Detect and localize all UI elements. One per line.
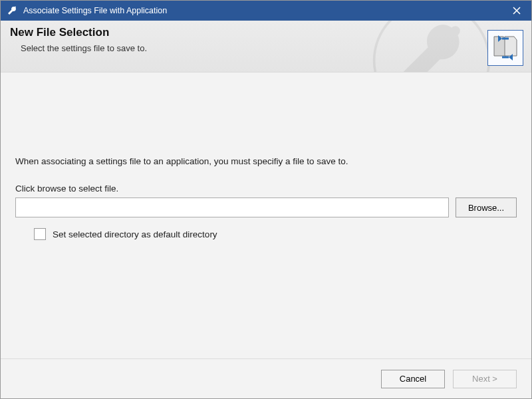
close-icon (513, 7, 521, 15)
wizard-footer: Cancel Next > (1, 358, 531, 398)
wizard-body: When associating a settings file to an a… (1, 72, 531, 358)
file-path-input[interactable] (15, 198, 449, 217)
wizard-header: New File Selection Select the settings f… (1, 21, 531, 72)
file-transfer-icon (487, 30, 523, 66)
instruction-text: When associating a settings file to an a… (15, 156, 517, 166)
window-title: Associate Settings File with Application (23, 6, 507, 15)
dialog-window: Associate Settings File with Application… (0, 0, 532, 399)
page-title: New File Selection (10, 26, 519, 39)
next-button[interactable]: Next > (453, 370, 517, 388)
cancel-button[interactable]: Cancel (381, 370, 445, 388)
file-input-row: Browse... (15, 198, 517, 217)
default-dir-checkbox[interactable] (34, 228, 46, 240)
close-button[interactable] (507, 1, 526, 20)
browse-button[interactable]: Browse... (456, 198, 517, 217)
default-dir-row: Set selected directory as default direct… (34, 228, 217, 240)
tools-icon (6, 5, 18, 17)
browse-label: Click browse to select file. (15, 184, 118, 194)
page-subtitle: Select the settings file to save to. (21, 43, 519, 53)
default-dir-label: Set selected directory as default direct… (53, 229, 217, 239)
titlebar: Associate Settings File with Application (1, 1, 531, 21)
